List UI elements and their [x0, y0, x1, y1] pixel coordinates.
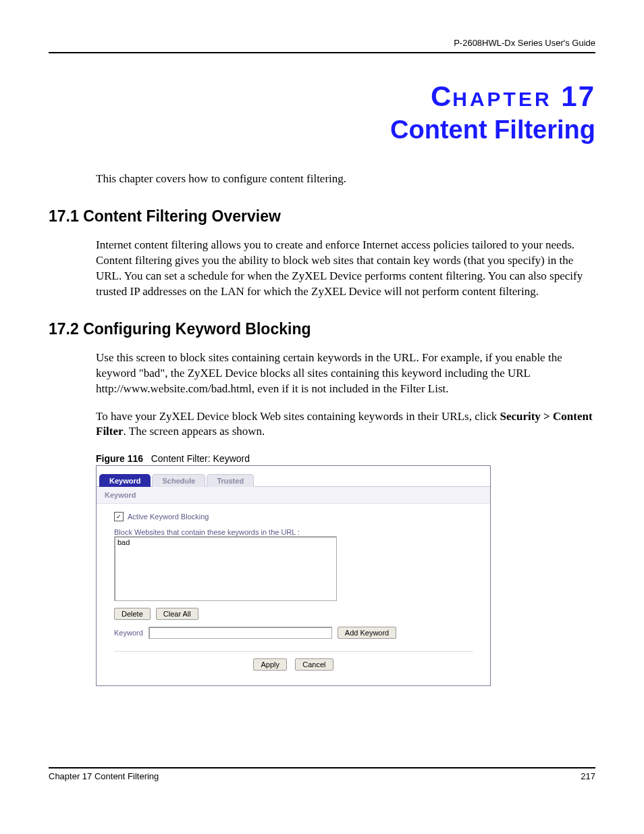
delete-button[interactable]: Delete — [114, 608, 151, 620]
panel-footer-buttons: Apply Cancel — [114, 651, 473, 673]
chapter-smallcaps: HAPTER — [452, 88, 552, 110]
blocklist-box[interactable]: bad — [114, 536, 337, 601]
apply-button[interactable]: Apply — [253, 658, 287, 671]
figure-caption: Figure 116 Content Filter: Keyword — [96, 453, 595, 464]
section-17-2-heading: 17.2 Configuring Keyword Blocking — [49, 320, 595, 338]
active-blocking-checkbox[interactable]: ✓ — [114, 512, 124, 521]
chapter-title: Content Filtering — [49, 115, 595, 145]
figure-caption-text: Content Filter: Keyword — [151, 453, 250, 464]
blocklist-label: Block Websites that contain these keywor… — [114, 528, 473, 536]
panel-section-label: Keyword — [97, 487, 490, 504]
keyword-input-label: Keyword — [114, 629, 143, 637]
keyword-entry-row: Keyword Add Keyword — [114, 627, 473, 639]
section-17-1-body: Internet content filtering allows you to… — [49, 238, 595, 300]
blocklist-item[interactable]: bad — [117, 538, 333, 546]
tab-bar: Keyword Schedule Trusted — [97, 466, 490, 487]
chapter-number: CHAPTER 17 — [49, 80, 595, 113]
active-blocking-label: Active Keyword Blocking — [128, 513, 209, 521]
figure-label: Figure 116 — [96, 453, 143, 464]
nav-post: . The screen appears as shown. — [124, 425, 265, 438]
chapter-prefix: C — [431, 80, 452, 112]
footer-page-number: 217 — [581, 771, 595, 781]
footer-left: Chapter 17 Content Filtering — [49, 771, 159, 781]
section-17-1-heading: 17.1 Content Filtering Overview — [49, 207, 595, 226]
tab-trusted[interactable]: Trusted — [207, 474, 254, 487]
tab-schedule[interactable]: Schedule — [152, 474, 205, 487]
add-keyword-button[interactable]: Add Keyword — [338, 627, 396, 639]
header-rule — [49, 52, 595, 53]
page-footer: Chapter 17 Content Filtering 217 — [49, 767, 595, 781]
section-17-2-nav: To have your ZyXEL Device block Web site… — [49, 409, 595, 440]
chapter-intro: This chapter covers how to configure con… — [49, 172, 595, 187]
tab-keyword[interactable]: Keyword — [99, 474, 151, 487]
active-blocking-row: ✓ Active Keyword Blocking — [114, 512, 473, 521]
section-17-2-body: Use this screen to block sites containin… — [49, 350, 595, 397]
figure-screenshot: Keyword Schedule Trusted Keyword ✓ Activ… — [96, 465, 491, 686]
doc-title: P-2608HWL-Dx Series User's Guide — [49, 38, 595, 48]
list-buttons-row: Delete Clear All — [114, 608, 473, 620]
panel-body: ✓ Active Keyword Blocking Block Websites… — [97, 504, 490, 685]
clear-all-button[interactable]: Clear All — [156, 608, 198, 620]
nav-pre: To have your ZyXEL Device block Web site… — [96, 410, 500, 423]
keyword-input[interactable] — [149, 627, 332, 639]
cancel-button[interactable]: Cancel — [295, 658, 333, 671]
chapter-num-value: 17 — [561, 80, 595, 112]
